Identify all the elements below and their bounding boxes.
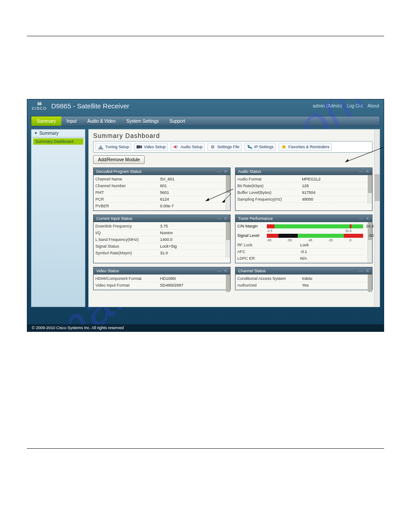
table-row: Buffer Level(Bytes)917504 bbox=[237, 189, 367, 196]
footer-copyright: © 2009-2010 Cisco Systems Inc. All right… bbox=[27, 324, 384, 331]
module-scrollbar[interactable] bbox=[226, 175, 230, 210]
header-right: admin (Admin) Log Out About bbox=[313, 103, 379, 108]
gear-file-icon bbox=[210, 144, 216, 150]
shortcut-label: IP Settings bbox=[254, 145, 274, 149]
shortcut-audio-setup[interactable]: Audio Setup bbox=[171, 143, 205, 151]
shortcut-label: Favorites & Reminders bbox=[288, 145, 330, 149]
minimize-icon[interactable]: — bbox=[217, 216, 221, 221]
table-row: LDPC ERN/A bbox=[237, 255, 363, 262]
add-remove-module-button[interactable]: Add/Remove Module bbox=[93, 155, 145, 164]
sidebar-summary-header[interactable]: ▼ Summary bbox=[31, 129, 85, 137]
module-current-input-status: Current Input Status —✕ Downlink Frequen… bbox=[93, 215, 231, 263]
module-title: Tuner Performance bbox=[238, 216, 273, 221]
module-scrollbar[interactable] bbox=[368, 275, 372, 290]
module-video-status: Video Status —✕ HDMI/Component FormatHD1… bbox=[93, 267, 231, 290]
table-row: AuthorizedYes bbox=[237, 282, 367, 289]
signal-level-value: -50 bbox=[368, 233, 374, 238]
close-icon[interactable]: ✕ bbox=[224, 216, 227, 221]
tab-system-settings[interactable]: System Settings bbox=[121, 116, 164, 126]
module-scrollbar[interactable] bbox=[226, 275, 230, 290]
page-divider-bottom bbox=[27, 448, 384, 449]
sidebar-item-summary-dashboard[interactable]: Summary Dashboard bbox=[33, 138, 83, 145]
table-row: RF LockLock bbox=[237, 242, 363, 249]
camera-icon bbox=[136, 144, 142, 150]
module-decoded-program-status: Decoded Program Status —✕ Channel NameSV… bbox=[93, 167, 231, 211]
page-title: Summary Dashboard bbox=[93, 131, 372, 141]
table-row: Audio FormatMPEG1L2 bbox=[237, 176, 367, 183]
signal-level-row: Signal Level -50 bbox=[237, 232, 363, 239]
main-panel: Summary Dashboard Tuning Setup Video Set… bbox=[88, 129, 380, 307]
svg-point-3 bbox=[212, 146, 214, 148]
cisco-logo-bars: ılıılı bbox=[37, 101, 42, 106]
tab-audio-video[interactable]: Audio & Video bbox=[82, 116, 121, 126]
app-window: manualshive.com ılıılı CISCO D9865 - Sat… bbox=[27, 99, 384, 332]
table-row: Bit Rate(Kbps)128 bbox=[237, 183, 367, 189]
table-row: AFC-0.1 bbox=[237, 249, 363, 255]
shortcut-settings-file[interactable]: Settings File bbox=[207, 143, 242, 151]
table-row: L band Frequency(MHz)1400.0 bbox=[95, 236, 225, 243]
network-icon bbox=[247, 144, 253, 150]
tab-summary[interactable]: Summary bbox=[31, 116, 61, 126]
shortcut-bar: Tuning Setup Video Setup Audio Setup Set… bbox=[93, 141, 372, 153]
table-row: PVBER0.00e-7 bbox=[95, 203, 225, 210]
star-icon bbox=[281, 144, 287, 150]
tab-input[interactable]: Input bbox=[61, 116, 82, 126]
shortcut-label: Tuning Setup bbox=[105, 145, 129, 149]
table-row: Conditional Access SystemIrdeto bbox=[237, 275, 367, 282]
table-row: Video Input FormatSD480i/2997 bbox=[95, 282, 225, 289]
minimize-icon[interactable]: — bbox=[359, 216, 363, 221]
shortcut-label: Video Setup bbox=[144, 145, 166, 149]
shortcut-video-setup[interactable]: Video Setup bbox=[134, 143, 168, 151]
shortcut-ip-settings[interactable]: IP Settings bbox=[244, 143, 276, 151]
signal-level-scale: -65-55-45-25-5 bbox=[267, 239, 351, 242]
cn-margin-bar: 24.6 bbox=[267, 224, 363, 228]
table-row: HDMI/Component FormatHD1080i bbox=[95, 275, 225, 282]
signal-level-label: Signal Level bbox=[237, 233, 265, 238]
tab-support[interactable]: Support bbox=[164, 116, 191, 126]
shortcut-tuning-setup[interactable]: Tuning Setup bbox=[95, 143, 131, 151]
module-title: Audio Status bbox=[238, 169, 261, 174]
module-scrollbar[interactable] bbox=[368, 175, 372, 204]
module-title: Decoded Program Status bbox=[96, 169, 141, 174]
app-title: D9865 - Satellite Receiver bbox=[51, 102, 129, 110]
module-scrollbar[interactable] bbox=[226, 222, 230, 257]
content-body: ▼ Summary Summary Dashboard Summary Dash… bbox=[31, 129, 380, 307]
cisco-logo-text: CISCO bbox=[32, 106, 47, 111]
about-link[interactable]: About bbox=[368, 103, 379, 108]
table-row: Channel Number601 bbox=[95, 183, 225, 189]
close-icon[interactable]: ✕ bbox=[224, 269, 227, 273]
speaker-icon bbox=[173, 144, 179, 150]
close-icon[interactable]: ✕ bbox=[366, 216, 369, 221]
module-tuner-performance: Tuner Performance —✕ C/N Margin 24. bbox=[235, 215, 372, 263]
sidebar: ▼ Summary Summary Dashboard bbox=[31, 129, 86, 307]
shortcut-favorites-reminders[interactable]: Favorites & Reminders bbox=[278, 143, 332, 151]
sidebar-header-label: Summary bbox=[39, 131, 59, 136]
minimize-icon[interactable]: — bbox=[359, 269, 363, 273]
module-title: Channel Status bbox=[238, 269, 266, 273]
main-scrollbar[interactable] bbox=[374, 129, 380, 307]
user-label: admin (Admin) bbox=[313, 103, 342, 108]
svg-rect-1 bbox=[137, 146, 140, 149]
close-icon[interactable]: ✕ bbox=[366, 269, 369, 273]
minimize-icon[interactable]: — bbox=[217, 169, 221, 174]
module-scrollbar[interactable] bbox=[368, 222, 372, 263]
logout-link[interactable]: Log Out bbox=[347, 103, 363, 108]
module-title: Video Status bbox=[96, 269, 119, 273]
cn-margin-scale: -2.531.0 bbox=[267, 229, 351, 232]
module-channel-status: Channel Status —✕ Conditional Access Sys… bbox=[235, 267, 372, 290]
main-tabs: Summary Input Audio & Video System Setti… bbox=[31, 116, 380, 126]
minimize-icon[interactable]: — bbox=[359, 169, 363, 174]
table-row: I/QNonInv bbox=[95, 230, 225, 236]
cn-margin-value: 24.6 bbox=[366, 224, 374, 228]
header-bar: ılıılı CISCO D9865 - Satellite Receiver … bbox=[27, 99, 384, 116]
table-row: Symbol Rate(Msym)31.0 bbox=[95, 250, 225, 257]
close-icon[interactable]: ✕ bbox=[366, 169, 369, 174]
svg-rect-0 bbox=[98, 149, 103, 149]
minimize-icon[interactable]: — bbox=[217, 269, 221, 273]
close-icon[interactable]: ✕ bbox=[224, 169, 227, 174]
table-row: Channel NameSV_601 bbox=[95, 176, 225, 183]
table-row: PMT5601 bbox=[95, 189, 225, 196]
table-row: Signal StatusLock+Sig bbox=[95, 243, 225, 250]
cisco-logo: ılıılı CISCO bbox=[32, 101, 47, 111]
table-row: PCR6124 bbox=[95, 196, 225, 203]
